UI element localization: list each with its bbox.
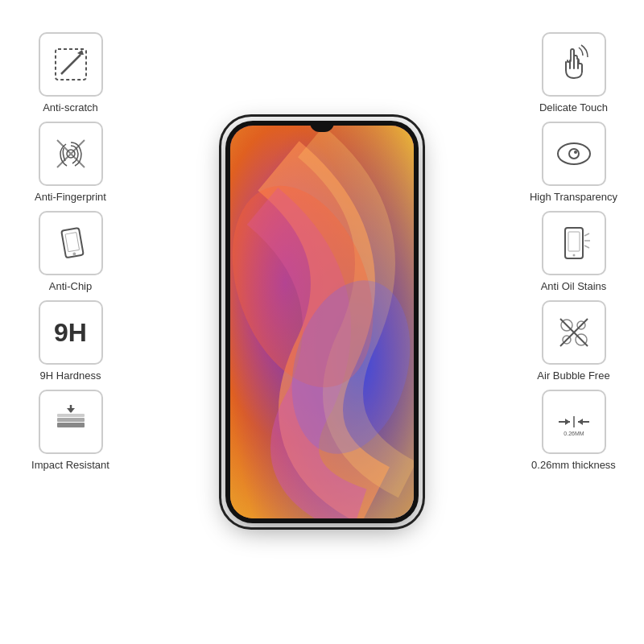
anti-fingerprint-label: Anti-Fingerprint	[35, 191, 106, 203]
anti-chip-label: Anti-Chip	[49, 280, 92, 292]
high-transparency-label: High Transparency	[530, 191, 617, 203]
thickness-label: 0.26mm thickness	[531, 459, 616, 471]
transparency-icon-box	[542, 122, 606, 186]
touch-icon-box	[542, 32, 606, 97]
air-bubble-label: Air Bubble Free	[537, 369, 609, 382]
svg-marker-34	[565, 419, 570, 425]
svg-rect-11	[57, 414, 85, 417]
svg-point-23	[572, 254, 575, 257]
anti-oil-label: Anti Oil Stains	[541, 280, 607, 292]
eye-icon	[552, 132, 596, 175]
anti-chip-icon-box	[39, 211, 103, 275]
right-features-column: Delicate Touch High Transparency	[511, 32, 636, 471]
svg-marker-36	[578, 419, 583, 425]
scratch-icon	[49, 43, 93, 86]
screen-wallpaper	[230, 126, 414, 518]
svg-rect-6	[61, 228, 84, 258]
9h-hardness-label: 9H Hardness	[40, 369, 101, 382]
svg-point-18	[558, 143, 590, 164]
svg-line-26	[584, 246, 589, 248]
main-container: Anti-scratch Anti-Fingerprint	[0, 0, 644, 644]
feature-air-bubble: Air Bubble Free	[518, 300, 630, 382]
svg-point-8	[72, 252, 76, 256]
svg-rect-10	[57, 418, 85, 422]
anti-scratch-icon-box	[39, 32, 103, 97]
svg-point-20	[574, 151, 577, 154]
feature-impact-resistant: Impact Resistant	[14, 390, 127, 471]
impact-resistant-label: Impact Resistant	[31, 459, 109, 471]
anti-scratch-label: Anti-scratch	[43, 101, 98, 114]
impact-icon	[49, 400, 93, 444]
phone-body	[225, 121, 419, 523]
phone-screen	[230, 126, 414, 518]
fingerprint-icon	[49, 132, 93, 175]
svg-rect-21	[565, 228, 583, 258]
feature-anti-fingerprint: Anti-Fingerprint	[14, 122, 127, 203]
svg-marker-2	[77, 50, 84, 55]
svg-rect-9	[57, 423, 85, 427]
delicate-touch-label: Delicate Touch	[539, 101, 608, 114]
chip-icon	[49, 221, 93, 265]
svg-rect-22	[568, 232, 580, 251]
phone-display	[225, 121, 419, 523]
bubble-icon	[552, 311, 596, 354]
feature-anti-scratch: Anti-scratch	[14, 32, 127, 114]
svg-rect-7	[64, 233, 79, 252]
feature-9h-hardness: 9H 9H Hardness	[14, 300, 127, 382]
touch-icon	[552, 43, 596, 86]
svg-text:0.26MM: 0.26MM	[564, 431, 584, 436]
svg-marker-13	[67, 408, 75, 413]
anti-oil-icon-box	[542, 211, 606, 275]
anti-oil-icon	[552, 221, 596, 265]
thickness-icon: 0.26MM	[552, 400, 596, 444]
impact-icon-box	[39, 390, 103, 454]
anti-fingerprint-icon-box	[39, 122, 103, 186]
svg-point-19	[569, 149, 579, 159]
feature-delicate-touch: Delicate Touch	[518, 32, 630, 114]
feature-thickness: 0.26MM 0.26mm thickness	[518, 390, 630, 471]
9h-text: 9H	[54, 318, 87, 348]
feature-anti-chip: Anti-Chip	[14, 211, 127, 292]
9h-icon-box: 9H	[39, 300, 103, 365]
feature-anti-oil: Anti Oil Stains	[518, 211, 630, 292]
svg-line-24	[584, 233, 589, 236]
air-bubble-icon-box	[542, 300, 606, 365]
feature-high-transparency: High Transparency	[518, 122, 630, 203]
svg-line-1	[61, 55, 80, 74]
thickness-icon-box: 0.26MM	[542, 390, 606, 454]
left-features-column: Anti-scratch Anti-Fingerprint	[8, 32, 133, 471]
